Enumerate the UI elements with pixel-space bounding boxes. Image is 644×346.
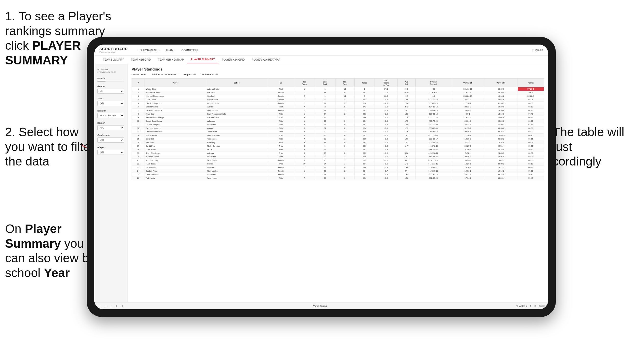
sub-nav-team-summary[interactable]: TEAM SUMMARY	[99, 56, 127, 63]
sidebar-year: Year (All) First Second Third Fourth Fif…	[97, 97, 124, 106]
col-reg-rank: RegRank	[294, 79, 315, 87]
view-original-text[interactable]: View: Original	[313, 305, 327, 307]
no-rds-label: No Rds.	[97, 77, 124, 80]
sidebar-no-rds: No Rds.	[97, 77, 124, 81]
app-container: SCOREBOARD Powered by clippi TOURNAMENTS…	[94, 45, 548, 309]
table-row: 26Petr HrubyWashingtonFifth725068.6-1.81…	[132, 176, 544, 180]
grid-btn[interactable]: ⊞	[534, 305, 536, 307]
player-select[interactable]: (All)	[97, 150, 124, 155]
bottom-bar-right: 👁 Watch ▾ ⬆ ⊞ Share	[516, 305, 545, 307]
table-row: 9Preston SummerhaysArizona StateThird324…	[132, 116, 544, 119]
prev-btn[interactable]: ‹	[110, 304, 112, 308]
table-row: 13Phichaksn MaichonTexas A&MThird630169.…	[132, 130, 544, 134]
gender-label: Gender	[97, 85, 124, 88]
player-label: Player	[97, 146, 124, 149]
col-no-rds: No.Rds.	[335, 79, 354, 87]
sub-nav-team-h2h-heatmap[interactable]: TEAM H2H HEATMAP	[154, 56, 187, 63]
table-row: 19Tiger ChristensenArizonaThird523269.2-…	[132, 151, 544, 155]
filter-conference-text: Conference: All	[201, 73, 218, 76]
region-label: Region	[97, 122, 124, 124]
table-row: 10Jacob Skov OlesenArkansasFifth123068.4…	[132, 119, 544, 123]
table-row: 8Mats EgeEast Tennessee StateFifth124268…	[132, 112, 544, 116]
division-label: Division	[97, 109, 124, 112]
logo-area: SCOREBOARD Powered by clippi	[99, 47, 128, 53]
step2-text: 2. Select how you want to filter the dat…	[5, 125, 94, 168]
rds-slider-fill	[97, 81, 106, 81]
table-row: 18Luke PowellUCLAFirst424169.1-1.81.1250…	[132, 148, 544, 151]
table-row: 23Jack LundinMissouriFourth1124068.6-2.3…	[132, 166, 544, 169]
redo-btn[interactable]: ↪	[104, 304, 108, 308]
col-adj-score: Adj.Scoreto Par	[375, 79, 398, 87]
col-conf-rank: ConfRank	[315, 79, 335, 87]
region-select[interactable]: N/A All	[97, 125, 124, 130]
nav-links: TOURNAMENTS TEAMS COMMITTEE	[138, 48, 525, 53]
sidebar-division: Division NCAA Division I	[97, 109, 124, 118]
col-school: School	[206, 79, 268, 87]
conference-select[interactable]: (All)	[97, 137, 124, 143]
filter-gender: Gender: Men	[132, 73, 146, 76]
nav-committee[interactable]: COMMITTEE	[182, 48, 198, 53]
tablet-frame: SCOREBOARD Powered by clippi TOURNAMENTS…	[87, 37, 556, 317]
undo-btn[interactable]: ↩	[97, 304, 101, 308]
nav-right: | Sign out	[532, 49, 543, 51]
table-row: 11Gordon SargentVanderbiltThird421068.7-…	[132, 123, 544, 127]
filter-gender-text: Gender: Men	[132, 73, 146, 76]
table-row: 16Alex GoffKentuckyFifth819068.3-1.71.92…	[132, 141, 544, 144]
col-vs-top25: Vs Top 25	[451, 79, 484, 87]
table-area: Player Standings Gender: Men Division: N…	[127, 64, 548, 302]
nav-sign-out[interactable]: | Sign out	[532, 49, 543, 51]
rds-slider[interactable]	[97, 81, 124, 81]
sidebar: Update time:27/03/2024 16:56:26 No Rds. …	[94, 64, 127, 302]
logo-sub: Powered by clippi	[99, 51, 128, 53]
sub-nav-team-h2h-grid[interactable]: TEAM H2H GRID	[127, 56, 154, 63]
filter-region-text: Region: All	[184, 73, 196, 76]
table-row: 15Jake HallTennesseeFifth728169.5-1.51.6…	[132, 137, 544, 141]
col-player: Player	[145, 79, 206, 87]
settings-btn[interactable]: ⚙	[121, 304, 125, 308]
year-select[interactable]: (All) First Second Third Fourth Fifth	[97, 101, 124, 106]
instruction-step2: 2. Select how you want to filter the dat…	[5, 125, 94, 169]
table-header-row: # Player School Yr RegRank ConfRank No.R…	[132, 79, 544, 87]
sidebar-update-time: Update time:27/03/2024 16:56:26	[97, 68, 124, 74]
col-avg-sg: AvgSG	[397, 79, 415, 87]
export-btn[interactable]: ⬆	[530, 305, 532, 307]
nav-teams[interactable]: TEAMS	[166, 48, 175, 53]
tablet-screen: SCOREBOARD Powered by clippi TOURNAMENTS…	[94, 45, 548, 309]
bottom-bar-view: View: Original	[313, 305, 327, 307]
sub-nav-player-h2h-grid[interactable]: PLAYER H2H GRID	[218, 56, 248, 63]
year-label: Year	[97, 97, 124, 100]
sidebar-conference: Conference (All)	[97, 134, 124, 143]
table-row: 24Bastien AmatNew MexicoFourth127269.4-1…	[132, 169, 544, 173]
table-row: 1Wenyi DingArizona StateFirst1115167.1-3…	[132, 87, 544, 91]
table-row: 25Cole SherwoodVanderbiltFourth1223169.3…	[132, 173, 544, 176]
table-body: 1Wenyi DingArizona StateFirst1115167.1-3…	[132, 87, 544, 180]
logo-text: SCOREBOARD	[99, 47, 128, 51]
sidebar-region: Region N/A All	[97, 122, 124, 130]
sidebar-gender: Gender Men Women	[97, 85, 124, 94]
zoom-btn[interactable]: ⊕	[114, 304, 119, 308]
sub-nav-player-summary[interactable]: PLAYER SUMMARY	[187, 56, 218, 63]
sub-nav-player-h2h-heatmap[interactable]: PLAYER H2H HEATMAP	[248, 56, 284, 63]
table-row: 17David FordNorth CarolinaThird90069.0-0…	[132, 144, 544, 148]
table-row: 5Christo LamprechtGeorgia TechFourth2212…	[132, 102, 544, 105]
table-row: 21Taehoon SongWashingtonFourth523169.3-1…	[132, 159, 544, 162]
watch-btn[interactable]: 👁 Watch ▾	[516, 305, 527, 307]
bottom-bar: ↩ ↪ ‹ ⊕ ⚙ View: Original 👁 Watch ▾ ⬆ ⊞ S…	[94, 302, 548, 309]
filter-division: Division: NCAA Division I	[151, 73, 178, 76]
division-select[interactable]: NCAA Division I	[97, 113, 124, 118]
col-rank: #	[132, 79, 145, 87]
table-row: 6Jackson KoivuAuburnFirst72667.3-2.22.72…	[132, 105, 544, 109]
table-row: 3Michael ThorbjornsenStanfordFourth21140…	[132, 94, 544, 98]
filter-division-text: Division: NCAA Division I	[151, 73, 178, 76]
top-nav: SCOREBOARD Powered by clippi TOURNAMENTS…	[94, 45, 548, 56]
col-points: Points	[518, 79, 544, 87]
update-time-text: Update time:27/03/2024 16:56:26	[97, 68, 116, 73]
table-row: 12Brendan ValdesAuburnFifth537068.4-1.11…	[132, 127, 544, 130]
nav-tournaments[interactable]: TOURNAMENTS	[138, 48, 160, 53]
instruction-bottom: On Player Summary you can also view by s…	[5, 222, 97, 280]
share-btn[interactable]: Share	[539, 305, 545, 307]
gender-select[interactable]: Men Women	[97, 89, 124, 94]
data-table: # Player School Yr RegRank ConfRank No.R…	[132, 78, 544, 180]
sidebar-player: Player (All)	[97, 146, 124, 155]
table-row: 22Ian GilliganFloridaThird1024168.7-0.91…	[132, 162, 544, 166]
